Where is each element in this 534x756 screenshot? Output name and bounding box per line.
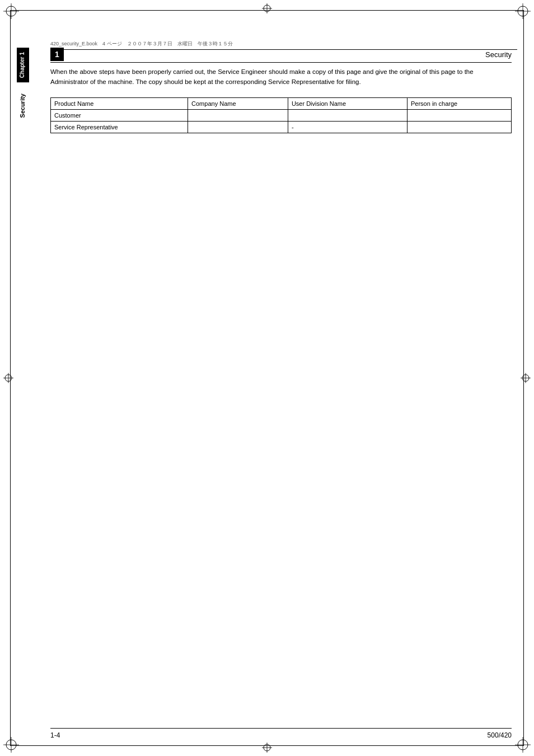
table-header-row: Product Name Company Name User Division …: [51, 97, 512, 109]
mid-mark-bottom: [262, 743, 272, 753]
mid-mark-left: [3, 373, 13, 383]
mid-mark-top: [262, 3, 272, 13]
mid-mark-right: [521, 373, 531, 383]
info-table: Product Name Company Name User Division …: [50, 97, 512, 133]
row1-col2: [188, 109, 288, 121]
row1-col4: [407, 109, 511, 121]
product-number: 500/420: [488, 731, 512, 739]
table-row: Customer: [51, 109, 512, 121]
section-rule: [50, 62, 512, 63]
row2-col1: Service Representative: [51, 121, 188, 133]
row1-col3: [288, 109, 407, 121]
corner-mark-br: [515, 737, 531, 753]
corner-mark-bl: [3, 737, 19, 753]
header-file-info: 420_security_E.book 4 ページ ２００７年３月７日 水曜日 …: [50, 40, 517, 50]
page-number: 1-4: [50, 731, 60, 739]
corner-mark-tl: [3, 3, 19, 19]
col-header-person-in-charge: Person in charge: [407, 97, 511, 109]
row2-col3: -: [288, 121, 407, 133]
chapter-label: Chapter 1: [17, 48, 29, 82]
corner-mark-tr: [515, 3, 531, 19]
left-sidebar: Chapter 1 Security: [17, 48, 45, 711]
page-title: Security: [485, 50, 512, 59]
row2-col4: [407, 121, 511, 133]
table-row: Service Representative -: [51, 121, 512, 133]
col-header-company-name: Company Name: [188, 97, 288, 109]
security-sidebar-label: Security: [17, 89, 29, 122]
row1-col1: Customer: [51, 109, 188, 121]
body-paragraph: When the above steps have been properly …: [50, 67, 512, 87]
main-content: When the above steps have been properly …: [50, 67, 512, 133]
footer: 1-4 500/420: [50, 728, 512, 739]
chapter-number-box: 1: [50, 48, 64, 61]
col-header-user-division: User Division Name: [288, 97, 407, 109]
col-header-product-name: Product Name: [51, 97, 188, 109]
row2-col2: [188, 121, 288, 133]
